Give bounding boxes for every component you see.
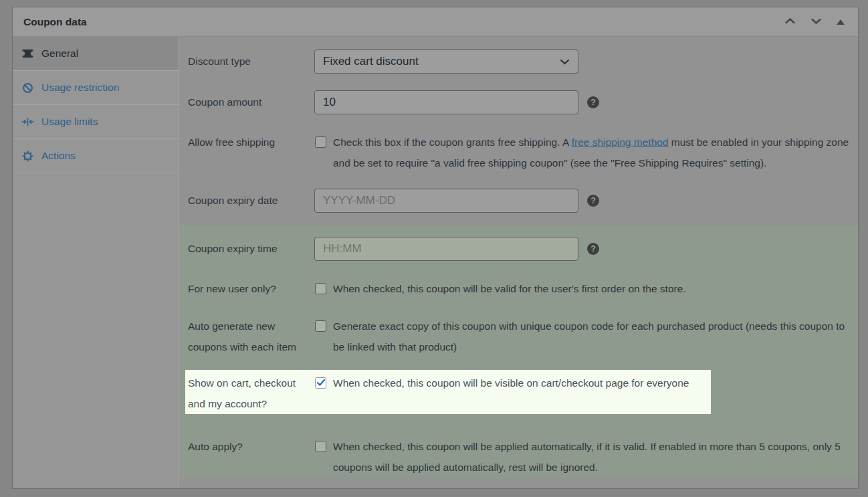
tab-label: Actions [41, 150, 76, 162]
coupon-amount-input[interactable] [314, 90, 578, 114]
auto-generate-checkbox[interactable] [315, 320, 326, 332]
tab-label: Usage limits [41, 116, 98, 128]
field-label: Coupon expiry time [188, 242, 314, 256]
field-label: For new user only? [188, 278, 314, 299]
new-user-only-row: For new user only? When checked, this co… [179, 278, 858, 299]
tab-label: General [41, 47, 78, 60]
help-icon[interactable]: ? [587, 96, 599, 108]
help-icon[interactable]: ? [587, 195, 599, 207]
metabox-title: Coupon data [23, 16, 783, 28]
new-user-only-checkbox[interactable] [315, 283, 326, 294]
selected-option: Fixed cart discount [323, 55, 419, 68]
auto-generate-row: Auto generate new coupons with each item… [179, 316, 858, 357]
field-description: Generate exact copy of this coupon with … [333, 316, 849, 357]
metabox-body: General Usage restriction [13, 37, 858, 488]
metabox-controls [783, 15, 849, 28]
tab-usage-restriction[interactable]: Usage restriction [13, 71, 179, 105]
coupon-expiry-time-row: Coupon expiry time ? [179, 237, 858, 261]
allow-free-shipping-row: Allow free shipping Check this box if th… [179, 132, 858, 173]
field-description: When checked, this coupon will be visibl… [333, 373, 689, 393]
free-shipping-method-link[interactable]: free shipping method [572, 136, 669, 148]
move-down-button[interactable] [809, 15, 823, 28]
coupon-expiry-time-input[interactable] [314, 237, 578, 261]
tab-actions[interactable]: Actions [13, 139, 179, 173]
metabox-header: Coupon data [13, 7, 858, 37]
field-label: Auto generate new coupons with each item [188, 316, 314, 357]
toggle-panel-button[interactable] [835, 18, 846, 26]
show-on-cart-checkbox[interactable] [315, 377, 326, 389]
coupon-data-metabox: Coupon data [12, 7, 859, 489]
tab-general[interactable]: General [13, 37, 179, 71]
limit-arrows-icon [21, 116, 34, 127]
chevron-down-icon [560, 59, 570, 65]
field-label: Coupon expiry date [188, 194, 314, 207]
no-entry-icon [21, 82, 34, 94]
gear-icon [21, 151, 34, 162]
field-label: Discount type [188, 55, 314, 68]
field-label: Show on cart, checkout and my account? [188, 373, 314, 414]
coupon-expiry-date-input[interactable] [314, 189, 578, 213]
panel-bottom-strip [179, 478, 858, 488]
move-up-button[interactable] [783, 15, 797, 28]
highlighted-setting: Show on cart, checkout and my account? W… [185, 370, 711, 414]
coupon-amount-row: Coupon amount ? [179, 90, 858, 114]
coupon-tabs-sidebar: General Usage restriction [13, 37, 179, 488]
checkmark-icon [317, 379, 325, 387]
tab-label: Usage restriction [41, 82, 119, 94]
description-text: Check this box if the coupon grants free… [333, 136, 572, 148]
triangle-up-icon [837, 19, 845, 25]
discount-type-select[interactable]: Fixed cart discount [314, 49, 578, 74]
coupon-expiry-date-row: Coupon expiry date ? [179, 189, 858, 213]
coupon-general-panel: Discount type Fixed cart discount Coupon… [179, 37, 858, 488]
discount-type-row: Discount type Fixed cart discount [179, 49, 858, 74]
field-description: When checked, this coupon will be valid … [333, 278, 686, 299]
show-on-cart-row: Show on cart, checkout and my account? W… [188, 373, 711, 414]
auto-apply-row: Auto apply? When checked, this coupon wi… [179, 436, 858, 478]
coupon-ticket-icon [21, 48, 34, 59]
field-label: Coupon amount [188, 96, 314, 109]
chevron-down-icon [810, 17, 822, 27]
field-description: When checked, this coupon will be applie… [333, 436, 849, 478]
field-description: Check this box if the coupon grants free… [333, 132, 849, 173]
help-icon[interactable]: ? [587, 243, 599, 255]
field-label: Allow free shipping [188, 132, 314, 153]
form-section-top: Discount type Fixed cart discount Coupon… [179, 37, 858, 225]
auto-apply-checkbox[interactable] [315, 441, 326, 452]
allow-free-shipping-checkbox[interactable] [315, 136, 326, 148]
field-label: Auto apply? [188, 436, 314, 457]
form-section-green: Coupon expiry time ? For new user only? … [179, 225, 858, 478]
chevron-up-icon [784, 17, 796, 27]
tab-usage-limits[interactable]: Usage limits [13, 105, 179, 139]
